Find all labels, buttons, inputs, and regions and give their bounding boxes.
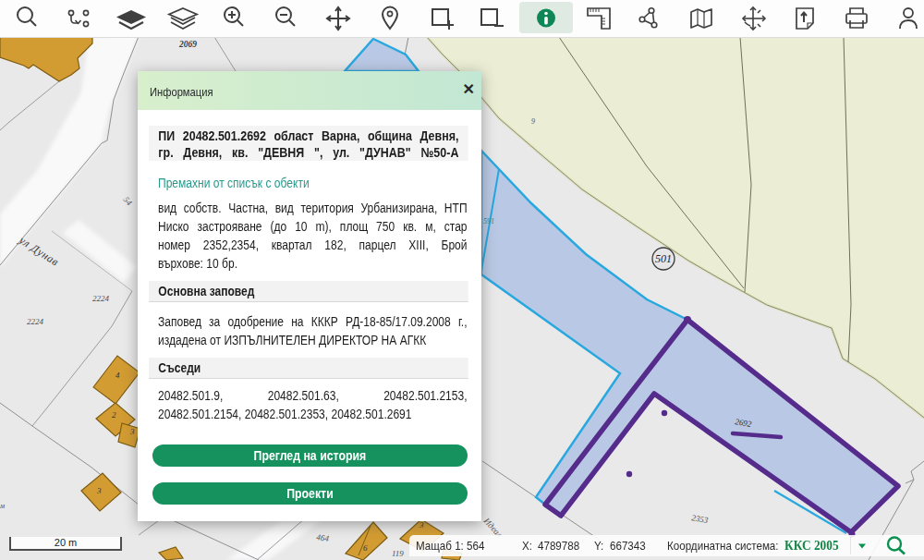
- svg-text:501: 501: [655, 252, 672, 265]
- svg-text:9: 9: [531, 117, 535, 126]
- svg-text:3: 3: [129, 427, 135, 436]
- svg-text:3: 3: [96, 486, 102, 495]
- svg-text:м: м: [0, 502, 5, 510]
- svg-text:591: 591: [483, 217, 494, 225]
- svg-text:2224: 2224: [27, 317, 44, 326]
- svg-text:4: 4: [116, 371, 120, 380]
- svg-text:464: 464: [316, 532, 330, 543]
- svg-text:119: 119: [392, 549, 404, 558]
- svg-text:6: 6: [363, 543, 368, 553]
- svg-text:2: 2: [112, 410, 116, 420]
- svg-text:3: 3: [419, 520, 424, 530]
- svg-text:2069: 2069: [178, 40, 197, 49]
- svg-text:2224: 2224: [92, 294, 110, 303]
